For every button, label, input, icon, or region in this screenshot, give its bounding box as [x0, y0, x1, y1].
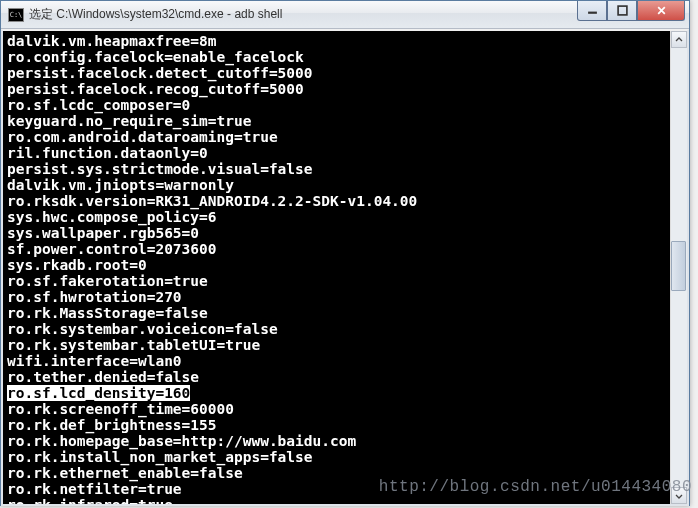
console-line: dalvik.vm.jniopts=warnonly [7, 177, 670, 193]
console-line: sys.wallpaper.rgb565=0 [7, 225, 670, 241]
console-line: persist.sys.strictmode.visual=false [7, 161, 670, 177]
svg-rect-1 [618, 6, 627, 15]
console-line: ro.rk.screenoff_time=60000 [7, 401, 670, 417]
console-area: dalvik.vm.heapmaxfree=8mro.config.facelo… [1, 29, 689, 506]
console-content[interactable]: dalvik.vm.heapmaxfree=8mro.config.facelo… [3, 31, 670, 504]
console-line: keyguard.no_require_sim=true [7, 113, 670, 129]
chevron-down-icon [675, 492, 683, 500]
minimize-icon [587, 5, 598, 16]
scroll-down-button[interactable] [671, 487, 687, 504]
highlighted-text: ro.sf.lcd_density=160 [7, 385, 190, 401]
console-line: ro.sf.lcdc_composer=0 [7, 97, 670, 113]
window-controls [577, 1, 685, 21]
scroll-up-button[interactable] [671, 31, 687, 48]
console-line: wifi.interface=wlan0 [7, 353, 670, 369]
console-line: ro.rk.systembar.voiceicon=false [7, 321, 670, 337]
console-line: ro.rk.MassStorage=false [7, 305, 670, 321]
console-line: sys.rkadb.root=0 [7, 257, 670, 273]
chevron-up-icon [675, 36, 683, 44]
cmd-icon: C:\ [8, 8, 24, 22]
console-line: persist.facelock.recog_cutoff=5000 [7, 81, 670, 97]
maximize-button[interactable] [607, 1, 637, 21]
console-line: ro.tether.denied=false [7, 369, 670, 385]
minimize-button[interactable] [577, 1, 607, 21]
console-line: ro.sf.hwrotation=270 [7, 289, 670, 305]
console-line: ro.rk.systembar.tabletUI=true [7, 337, 670, 353]
console-line: ro.sf.fakerotation=true [7, 273, 670, 289]
vertical-scrollbar[interactable] [670, 31, 687, 504]
console-line: ro.rk.ethernet_enable=false [7, 465, 670, 481]
titlebar[interactable]: C:\ 选定 C:\Windows\system32\cmd.exe - adb… [1, 1, 689, 29]
scroll-thumb[interactable] [671, 241, 686, 291]
close-button[interactable] [637, 1, 685, 21]
maximize-icon [617, 5, 628, 16]
console-line: ro.rk.homepage_base=http://www.baidu.com [7, 433, 670, 449]
console-line: persist.facelock.detect_cutoff=5000 [7, 65, 670, 81]
console-line: dalvik.vm.heapmaxfree=8m [7, 33, 670, 49]
scroll-track[interactable] [671, 48, 687, 487]
console-line: sys.hwc.compose_policy=6 [7, 209, 670, 225]
console-line: ro.rk.install_non_market_apps=false [7, 449, 670, 465]
console-line: ril.function.dataonly=0 [7, 145, 670, 161]
console-line: ro.rk.netfilter=true [7, 481, 670, 497]
svg-rect-0 [588, 12, 597, 14]
close-icon [656, 5, 667, 16]
console-line: ro.config.facelock=enable_facelock [7, 49, 670, 65]
console-line: sf.power.control=2073600 [7, 241, 670, 257]
console-line: ro.rk.infrared=true [7, 497, 670, 504]
console-line: ro.rk.def_brightness=155 [7, 417, 670, 433]
console-line: ro.rksdk.version=RK31_ANDROID4.2.2-SDK-v… [7, 193, 670, 209]
console-line: ro.com.android.dataroaming=true [7, 129, 670, 145]
console-line: ro.sf.lcd_density=160 [7, 385, 670, 401]
cmd-window: C:\ 选定 C:\Windows\system32\cmd.exe - adb… [0, 0, 690, 506]
